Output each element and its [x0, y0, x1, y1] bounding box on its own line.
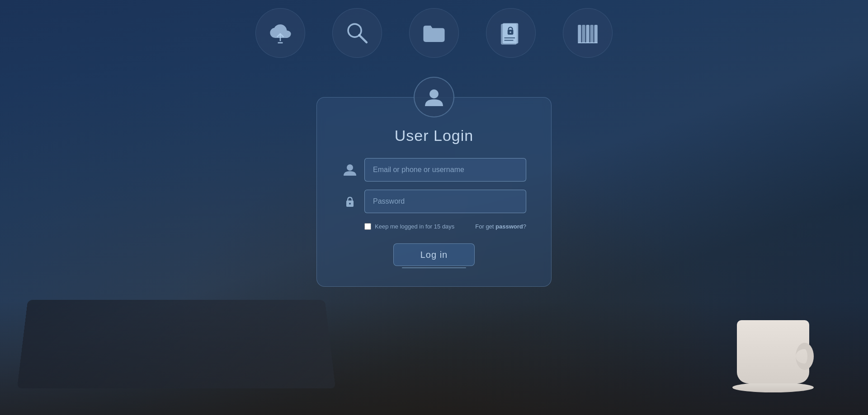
forgot-prefix: For get: [475, 223, 495, 230]
svg-rect-11: [582, 25, 585, 43]
keep-logged-label[interactable]: Keep me logged in for 15 days: [364, 223, 454, 230]
coffee-cup: [732, 307, 814, 397]
cloud-upload-svg: [267, 20, 293, 46]
username-row: [342, 158, 526, 182]
cup-handle: [796, 343, 814, 370]
keep-logged-checkbox[interactable]: [364, 223, 371, 230]
options-row: Keep me logged in for 15 days For get pa…: [342, 223, 526, 230]
forgot-password-link[interactable]: For get password?: [475, 223, 526, 230]
document-lock-svg: [498, 20, 524, 46]
password-input[interactable]: [364, 190, 526, 213]
login-card: User Login: [316, 97, 552, 287]
books-svg: [575, 20, 601, 46]
avatar-circle: [414, 77, 454, 117]
document-lock-icon-circle: [486, 8, 536, 58]
cloud-upload-icon: [255, 8, 305, 58]
user-avatar-svg: [423, 86, 445, 108]
keep-logged-text: Keep me logged in for 15 days: [375, 223, 454, 230]
top-icons-row: [0, 0, 868, 58]
password-row: [342, 190, 526, 213]
saucer: [732, 382, 814, 392]
keyboard-hint: [17, 300, 335, 388]
login-title: User Login: [395, 127, 473, 145]
user-icon: [342, 162, 358, 178]
user-icon-svg: [343, 163, 357, 177]
books-icon-circle: [563, 8, 613, 58]
forgot-suffix: ?: [523, 223, 526, 230]
folder-svg: [421, 20, 447, 46]
username-input[interactable]: [364, 158, 526, 182]
svg-point-19: [349, 203, 351, 205]
svg-rect-13: [590, 25, 593, 43]
login-button[interactable]: Log in: [393, 243, 475, 266]
svg-point-17: [347, 164, 353, 171]
svg-rect-14: [594, 25, 598, 43]
lock-icon-svg: [343, 195, 357, 208]
lock-icon: [342, 193, 358, 210]
svg-rect-12: [586, 25, 589, 43]
login-card-wrapper: User Login: [316, 77, 552, 287]
magnifier-svg: [344, 20, 370, 46]
svg-point-16: [429, 89, 439, 98]
svg-line-3: [359, 35, 367, 42]
forgot-bold: password: [495, 223, 523, 230]
svg-rect-10: [578, 25, 581, 43]
search-icon-circle: [332, 8, 382, 58]
folder-icon-circle: [409, 8, 459, 58]
svg-point-7: [509, 31, 511, 33]
